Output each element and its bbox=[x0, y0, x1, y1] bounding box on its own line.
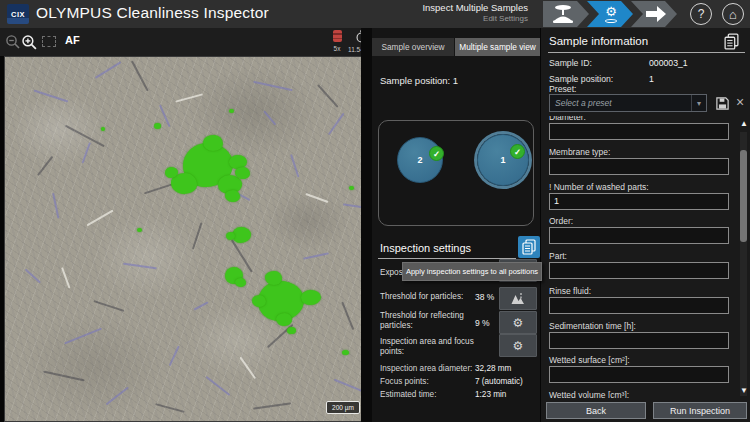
field-input[interactable] bbox=[549, 366, 729, 383]
fiber bbox=[317, 84, 338, 107]
detected-particle bbox=[287, 327, 296, 334]
chevron-down-icon: ▾ bbox=[691, 95, 706, 111]
tab-multiple-sample-view[interactable]: Multiple sample view bbox=[455, 38, 540, 56]
app-window: CIX OLYMPUS Cleanliness Inspector Inspec… bbox=[0, 0, 750, 422]
fiber bbox=[155, 403, 184, 412]
tab-sample-overview[interactable]: Sample overview bbox=[372, 38, 454, 56]
detected-particle bbox=[225, 190, 240, 202]
field-input[interactable] bbox=[549, 158, 729, 175]
workflow-step-title: Inspect Multiple Samples bbox=[380, 3, 528, 14]
app-title: OLYMPUS Cleanliness Inspector bbox=[36, 4, 269, 22]
field-input[interactable] bbox=[549, 297, 729, 314]
fiber bbox=[65, 125, 105, 147]
copy-icon bbox=[522, 239, 536, 255]
back-button[interactable]: Back bbox=[546, 402, 646, 419]
inspection-area-button[interactable]: ⚙ bbox=[499, 334, 537, 357]
fiber bbox=[37, 156, 53, 176]
scroll-up-icon: ▲ bbox=[740, 119, 748, 128]
fiber bbox=[253, 81, 292, 91]
fiber bbox=[303, 252, 329, 259]
fiber bbox=[342, 302, 355, 330]
field-input[interactable] bbox=[549, 227, 729, 244]
threshold-particles-button[interactable] bbox=[499, 287, 537, 310]
field-input[interactable] bbox=[549, 123, 729, 140]
magnification-value: 5x bbox=[330, 45, 344, 52]
detected-particle bbox=[235, 278, 246, 287]
field-input[interactable] bbox=[549, 262, 729, 279]
home-icon: ⌂ bbox=[729, 7, 737, 22]
copy-sample-information-button[interactable] bbox=[721, 31, 741, 51]
scroll-down-button[interactable]: ▼ bbox=[738, 385, 750, 397]
fiber bbox=[175, 93, 202, 102]
area-diameter-value: 32,28 mm bbox=[475, 364, 511, 373]
workflow-step-load-sample[interactable] bbox=[543, 1, 589, 27]
viewer-toolbar: AF 5x 11.54 ms bbox=[0, 28, 362, 56]
sample-well-1-selected[interactable]: 1 bbox=[477, 134, 529, 186]
region-select-button[interactable] bbox=[42, 36, 56, 47]
save-icon bbox=[715, 96, 730, 111]
fiber bbox=[43, 371, 84, 381]
sample-view-panel: Sample overview Multiple sample view Sam… bbox=[372, 28, 540, 422]
estimated-time-label: Estimated time: bbox=[380, 390, 436, 399]
field-label: Wetted volume [cm³]: bbox=[549, 390, 629, 398]
help-button[interactable]: ? bbox=[690, 3, 712, 25]
fiber bbox=[95, 61, 121, 78]
delete-preset-button[interactable]: × bbox=[732, 91, 748, 113]
fiber bbox=[87, 210, 114, 226]
cix-logo: CIX bbox=[7, 4, 29, 24]
sample-stage-icon bbox=[550, 4, 576, 24]
preset-placeholder: Select a preset bbox=[550, 98, 691, 108]
workflow-step-run[interactable] bbox=[631, 1, 677, 27]
fiber bbox=[240, 357, 256, 379]
scroll-up-button[interactable]: ▲ bbox=[738, 118, 750, 130]
zoom-out-icon bbox=[5, 34, 21, 50]
scroll-down-icon: ▼ bbox=[740, 386, 748, 395]
apply-settings-to-all-button[interactable] bbox=[518, 236, 540, 258]
workflow-step-edit-settings[interactable]: ⚙ bbox=[587, 1, 633, 27]
fiber bbox=[106, 387, 129, 405]
lens-icon bbox=[605, 19, 617, 23]
fiber bbox=[25, 269, 41, 283]
well-number: 2 bbox=[417, 155, 422, 165]
detected-particle bbox=[349, 186, 354, 190]
fiber bbox=[64, 328, 102, 344]
preset-dropdown[interactable]: Select a preset ▾ bbox=[549, 94, 707, 112]
autofocus-button[interactable]: AF bbox=[65, 34, 80, 46]
fiber bbox=[206, 376, 231, 396]
sample-information-header: Sample information bbox=[549, 35, 648, 47]
threshold-reflecting-value: 9 % bbox=[475, 318, 490, 328]
inspection-area-label: Inspection area and focus points: bbox=[380, 337, 474, 358]
save-preset-button[interactable] bbox=[713, 94, 731, 112]
sample-position-label: Sample position: bbox=[549, 74, 613, 84]
apply-settings-tooltip: Apply inspection settings to all positio… bbox=[402, 262, 542, 281]
microscope-image[interactable]: 200 µm bbox=[5, 57, 361, 421]
scrollbar-thumb[interactable] bbox=[740, 150, 747, 242]
field-input[interactable] bbox=[549, 332, 729, 349]
sample-form-scroll-area: Diameter:Membrane type:! Number of washe… bbox=[541, 116, 737, 398]
threshold-reflecting-button[interactable]: ⚙ bbox=[499, 311, 537, 334]
area-diameter-label: Inspection area diameter: bbox=[380, 364, 472, 373]
fiber bbox=[192, 222, 202, 249]
detected-particle bbox=[203, 135, 223, 151]
run-inspection-button[interactable]: Run Inspection bbox=[653, 402, 747, 419]
field-label: Wetted surface [cm²]: bbox=[549, 355, 630, 365]
threshold-particles-label: Threshold for particles: bbox=[380, 292, 474, 302]
sample-information-panel: Sample information Sample ID: 000003_1 S… bbox=[540, 28, 750, 422]
copy-icon bbox=[724, 33, 739, 50]
title-bar: CIX OLYMPUS Cleanliness Inspector Inspec… bbox=[0, 0, 750, 28]
fiber bbox=[159, 104, 170, 127]
field-label: Sedimentation time [h]: bbox=[549, 321, 636, 331]
inspection-settings-header: Inspection settings bbox=[380, 242, 471, 254]
zoom-in-button[interactable] bbox=[20, 33, 38, 51]
arrow-right-icon bbox=[644, 4, 668, 24]
objective-indicator: 5x bbox=[330, 30, 344, 52]
panel-divider bbox=[361, 28, 372, 422]
well-1-check-badge: ✓ bbox=[510, 144, 525, 159]
field-label: Order: bbox=[549, 216, 573, 226]
detected-particle bbox=[137, 228, 142, 232]
fiber bbox=[82, 142, 91, 163]
sample-position-label: Sample position: 1 bbox=[380, 75, 458, 86]
fiber bbox=[334, 379, 361, 393]
field-input[interactable]: 1 bbox=[549, 193, 729, 210]
home-button[interactable]: ⌂ bbox=[722, 3, 744, 25]
